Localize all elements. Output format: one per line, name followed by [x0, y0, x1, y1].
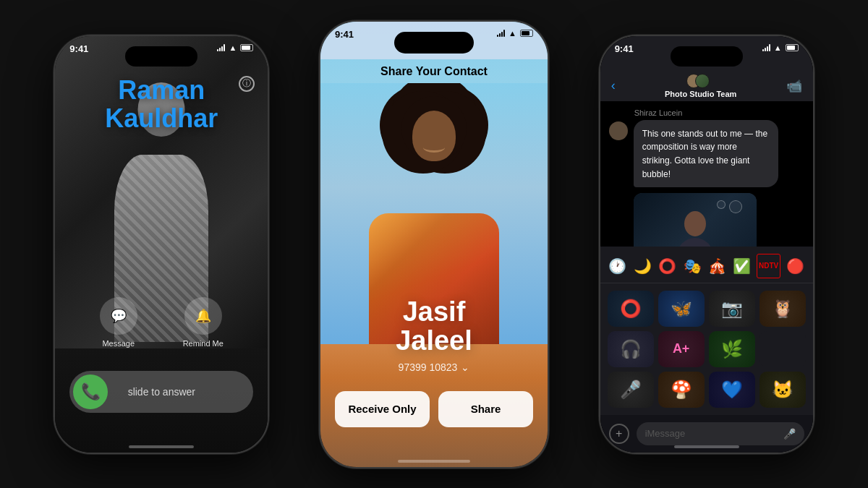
photo-head: [684, 211, 706, 236]
group-info[interactable]: Photo Studio Team: [665, 74, 736, 98]
dynamic-island-3: [671, 46, 743, 67]
status-time-1: 9:41: [69, 43, 88, 54]
leaf-sticker[interactable]: 🌿: [709, 331, 755, 367]
chevron-down-icon: ⌄: [461, 361, 469, 373]
mic-sticker[interactable]: 🎤: [608, 372, 654, 408]
receive-only-button[interactable]: Receive Only: [335, 391, 430, 427]
imessage-input-field[interactable]: iMessage 🎤: [637, 422, 804, 445]
group-avatars: [686, 74, 715, 90]
smile: [423, 142, 445, 153]
slide-text: slide to answer: [108, 386, 215, 398]
home-indicator-2: [398, 460, 470, 463]
picker-divider: [600, 283, 813, 283]
sticker-pack-5[interactable]: 🔴: [785, 254, 805, 278]
remind-icon: 🔔: [184, 297, 222, 335]
emoji-picker: 🕐 🌙 ⭕ 🎭 🎪 ✅ NDTV 🔴 ⭕ 🦋 📷 🦉 🎧 A+: [600, 247, 813, 415]
status-time-2: 9:41: [335, 29, 354, 40]
message-label: Message: [102, 339, 135, 348]
signal-icon-3: [762, 44, 770, 51]
message-text: This one stands out to me — the composit…: [642, 129, 767, 179]
imessage-placeholder: iMessage: [645, 428, 686, 439]
slide-to-answer-bar[interactable]: 📞 slide to answer: [69, 371, 253, 413]
share-button[interactable]: Share: [438, 391, 533, 427]
sender-name: Shiraz Lucein: [634, 108, 804, 117]
status-icons-3: ▲: [762, 43, 799, 52]
call-actions: 💬 Message 🔔 Remind Me: [55, 297, 268, 348]
recent-emoji-tab[interactable]: 🕐: [608, 254, 628, 278]
caller-name-area: Raman Kauldhar: [55, 76, 268, 133]
messages-content: 9:41 ▲ ‹: [600, 36, 813, 453]
contact-face: [412, 111, 456, 161]
heart-sticker[interactable]: 💙: [709, 372, 755, 408]
wifi-icon-1: ▲: [229, 43, 237, 52]
contact-name-area: Jasif Jaleel 97399 10823 ⌄: [320, 298, 548, 373]
status-time-3: 9:41: [615, 43, 634, 54]
scene: 9:41 ▲ ⓘ Raman Kauldhar 💬 Message: [0, 0, 868, 488]
caller-name: Raman: [55, 76, 268, 105]
battery-icon-1: [240, 44, 253, 51]
rings-sticker[interactable]: ⭕: [608, 291, 654, 327]
moon-emoji[interactable]: 🌙: [632, 254, 652, 278]
bubble-1: [717, 200, 726, 209]
contact-last-name: Jaleel: [320, 327, 548, 356]
butterfly-sticker[interactable]: 🦋: [658, 291, 705, 327]
sticker-pack-3[interactable]: ✅: [732, 254, 752, 278]
contact-first-name: Jasif: [320, 298, 548, 327]
group-name: Photo Studio Team: [665, 90, 736, 98]
message-bubble: This one stands out to me — the composit…: [634, 120, 778, 187]
sticker-grid: ⭕ 🦋 📷 🦉 🎧 A+ 🌿 🎤 🍄 💙 🐱: [600, 286, 813, 412]
microphone-icon[interactable]: 🎤: [783, 428, 796, 440]
sticker-pack-4[interactable]: NDTV: [757, 254, 780, 278]
emoji-tab-row: 🕐 🌙 ⭕ 🎭 🎪 ✅ NDTV 🔴: [600, 252, 813, 280]
sender-avatar: [609, 121, 628, 140]
camera-sticker[interactable]: 📷: [709, 291, 755, 327]
group-avatar-2: [695, 74, 710, 88]
photo-bubbles: [717, 200, 742, 213]
circle-emoji[interactable]: ⭕: [657, 254, 677, 278]
cat-sticker[interactable]: 🐱: [760, 372, 806, 408]
answer-button[interactable]: 📞: [73, 374, 108, 409]
dynamic-island-1: [125, 46, 197, 67]
facetime-icon[interactable]: 📹: [786, 78, 802, 94]
sticker-pack-1[interactable]: 🎭: [682, 254, 702, 278]
message-row: This one stands out to me — the composit…: [609, 120, 804, 187]
remind-action[interactable]: 🔔 Remind Me: [183, 297, 224, 348]
signal-icon-2: [497, 30, 505, 37]
remind-label: Remind Me: [183, 339, 224, 348]
share-contact-title: Share Your Contact: [320, 65, 548, 78]
phone-3: 9:41 ▲ ‹: [599, 35, 814, 454]
battery-icon-2: [520, 30, 533, 37]
headphones-sticker[interactable]: 🎧: [608, 331, 654, 367]
owl-sticker[interactable]: 🦉: [760, 291, 806, 327]
phone-1: 9:41 ▲ ⓘ Raman Kauldhar 💬 Message: [54, 35, 269, 454]
home-indicator-3: [674, 445, 739, 448]
bubble-2: [729, 200, 742, 213]
contact-action-buttons: Receive Only Share: [335, 391, 533, 427]
dynamic-island-2: [394, 32, 474, 53]
caller-surname: Kauldhar: [55, 104, 268, 133]
wifi-icon-3: ▲: [774, 43, 782, 52]
wifi-icon-2: ▲: [509, 29, 516, 38]
message-icon: 💬: [100, 297, 137, 335]
back-button[interactable]: ‹: [611, 78, 616, 93]
add-attachment-button[interactable]: +: [609, 424, 629, 444]
sticker-pack-2[interactable]: 🎪: [707, 254, 727, 278]
signal-icon-1: [217, 44, 225, 51]
phone-2: 9:41 ▲ Share Your Contact: [319, 20, 549, 468]
status-icons-2: ▲: [497, 29, 533, 38]
status-icons-1: ▲: [217, 43, 253, 52]
message-action[interactable]: 💬 Message: [100, 297, 137, 348]
aplus-sticker[interactable]: A+: [658, 331, 705, 367]
battery-icon-3: [786, 44, 799, 51]
empty-sticker: [760, 331, 806, 367]
contact-phone-number: 97399 10823 ⌄: [320, 361, 548, 373]
mushroom-sticker[interactable]: 🍄: [658, 372, 705, 408]
home-indicator-1: [129, 445, 194, 448]
